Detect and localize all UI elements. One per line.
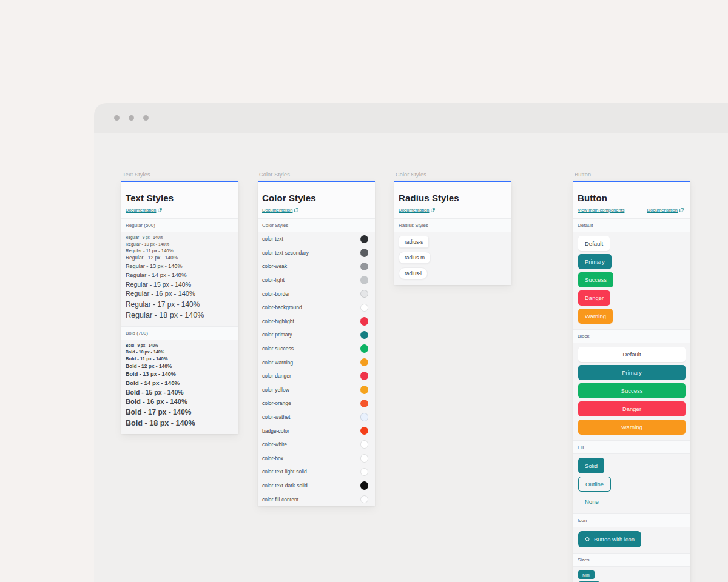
danger-button[interactable]: Danger: [578, 290, 610, 306]
block-default-button[interactable]: Default: [578, 347, 686, 362]
section-header-default: Default: [573, 218, 690, 232]
color-swatch: [360, 454, 369, 463]
text-style-row: Regular - 11 px - 140%: [126, 248, 234, 255]
color-styles-card: Color Styles Documentation Color Styles …: [258, 181, 375, 506]
search-icon: [585, 537, 591, 543]
text-style-row: Bold - 14 px - 140%: [126, 379, 234, 387]
warning-button[interactable]: Warning: [578, 309, 613, 324]
color-row: color-white: [258, 438, 375, 452]
block-buttons: Default Primary Success Danger Warning: [573, 343, 690, 440]
radius-l-chip: radius-l: [399, 267, 428, 279]
color-row: color-primary: [258, 328, 375, 342]
documentation-link[interactable]: Documentation: [126, 207, 162, 213]
section-header-sizes: Sizes: [573, 553, 690, 567]
window-control-dot[interactable]: [129, 115, 134, 121]
color-row: color-weak: [258, 259, 375, 273]
documentation-link[interactable]: Documentation: [647, 207, 684, 213]
text-style-row: Bold - 15 px - 140%: [126, 388, 234, 397]
mini-button[interactable]: Mini: [578, 570, 595, 579]
color-name: color-background: [262, 304, 302, 310]
external-link-icon: [679, 208, 684, 212]
window-control-dot[interactable]: [114, 115, 120, 121]
button-card: Button View main components Documentatio…: [573, 181, 690, 582]
text-style-row: Regular - 9 px - 140%: [126, 235, 234, 241]
radius-chips: radius-s radius-m radius-l: [394, 232, 511, 285]
view-main-components-link[interactable]: View main components: [578, 207, 624, 213]
external-link-icon: [158, 208, 162, 212]
text-style-row: Regular - 17 px - 140%: [126, 299, 234, 310]
text-style-row: Regular - 18 px - 140%: [126, 310, 234, 321]
color-row: color-border: [258, 287, 375, 301]
color-swatch: [360, 400, 369, 408]
outline-fill-button[interactable]: Outline: [578, 477, 611, 492]
radius-m-chip: radius-m: [399, 252, 431, 264]
primary-button[interactable]: Primary: [578, 254, 612, 269]
color-row: badge-color: [258, 424, 375, 438]
color-name: color-light: [262, 277, 285, 283]
documentation-link[interactable]: Documentation: [399, 207, 435, 213]
color-swatch: [360, 372, 369, 380]
color-swatch: [360, 440, 369, 449]
text-style-row: Regular - 14 px - 140%: [126, 271, 234, 279]
solid-fill-button[interactable]: Solid: [578, 458, 604, 473]
color-name: color-weak: [262, 263, 287, 269]
section-header-icon: Icon: [573, 513, 690, 527]
block-danger-button[interactable]: Danger: [578, 401, 686, 416]
card-title: Radius Styles: [399, 193, 505, 203]
color-row: color-highlight: [258, 315, 375, 329]
button-with-icon[interactable]: Button with icon: [578, 531, 641, 547]
frame-label: Text Styles: [123, 172, 238, 178]
text-style-row: Regular - 13 px - 140%: [126, 263, 234, 270]
section-header-colors: Color Styles: [258, 218, 375, 232]
frame-button: Button Button View main components Docum…: [573, 172, 690, 582]
frame-text-styles: Text Styles Text Styles Documentation Re…: [121, 172, 238, 434]
block-warning-button[interactable]: Warning: [578, 420, 686, 435]
frame-color-styles: Color Styles Color Styles Documentation …: [258, 172, 375, 506]
color-name: color-success: [262, 346, 294, 352]
frame-label: Color Styles: [396, 172, 511, 178]
text-style-row: Bold - 18 px - 140%: [126, 418, 234, 429]
color-name: color-text-light-solid: [262, 469, 307, 475]
section-header-block: Block: [573, 329, 690, 343]
color-name: color-danger: [262, 373, 291, 379]
color-name: color-wathet: [262, 414, 290, 420]
fill-buttons: Solid Outline None: [573, 454, 690, 513]
color-swatch: [360, 263, 369, 271]
color-name: color-primary: [262, 332, 292, 338]
block-success-button[interactable]: Success: [578, 383, 686, 398]
color-swatch: [360, 235, 369, 244]
regular-rows: Regular - 9 px - 140% Regular - 10 px - …: [121, 232, 238, 326]
radius-s-chip: radius-s: [399, 236, 429, 248]
color-name: color-warning: [262, 360, 293, 366]
window-control-dot[interactable]: [143, 115, 149, 121]
frame-label: Color Styles: [259, 172, 375, 178]
color-swatch: [360, 304, 369, 312]
color-swatch: [360, 468, 369, 477]
frame-label: Button: [575, 172, 690, 178]
documentation-link[interactable]: Documentation: [262, 207, 298, 213]
color-name: color-text: [262, 236, 283, 242]
success-button[interactable]: Success: [578, 272, 613, 287]
icon-buttons: Button with icon: [573, 527, 690, 553]
section-header-regular: Regular (500): [121, 218, 238, 232]
color-row: color-danger: [258, 369, 375, 383]
text-style-row: Bold - 11 px - 140%: [126, 356, 234, 363]
size-buttons: Mini Small: [573, 567, 690, 582]
text-style-row: Bold - 16 px - 140%: [126, 397, 234, 407]
color-row: color-background: [258, 301, 375, 315]
text-style-row: Bold - 12 px - 140%: [126, 363, 234, 370]
default-button[interactable]: Default: [578, 236, 610, 251]
color-name: color-text-dark-solid: [262, 483, 308, 489]
color-swatch: [360, 290, 369, 298]
none-fill-button[interactable]: None: [582, 495, 601, 508]
color-row: color-text: [258, 232, 375, 246]
color-name: badge-color: [262, 428, 289, 434]
color-swatch: [360, 317, 369, 326]
color-swatch: [360, 481, 369, 490]
block-primary-button[interactable]: Primary: [578, 365, 686, 380]
color-swatch: [360, 344, 369, 353]
color-name: color-border: [262, 291, 290, 297]
text-style-row: Bold - 17 px - 140%: [126, 407, 234, 418]
color-swatch: [360, 358, 369, 367]
color-row: color-wathet: [258, 410, 375, 424]
